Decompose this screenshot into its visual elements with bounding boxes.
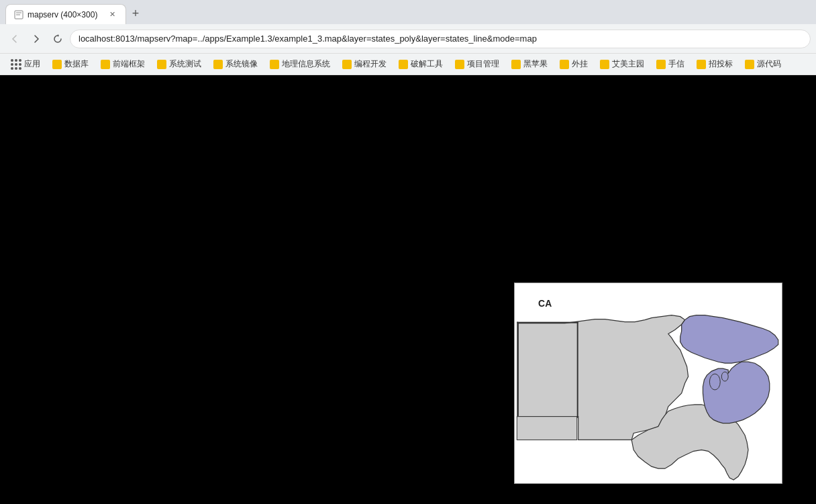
bookmark-icon-14 — [745, 60, 754, 69]
bookmark-label-8: 项目管理 — [467, 58, 499, 70]
bookmark-item-14[interactable]: 源代码 — [740, 56, 786, 72]
tab-title: mapserv (400×300) — [28, 10, 103, 19]
bookmark-item-3[interactable]: 系统测试 — [152, 56, 207, 72]
bookmark-label-4: 系统镜像 — [225, 58, 258, 70]
bookmark-item-1[interactable]: 数据库 — [47, 56, 94, 72]
bookmark-icon-5 — [270, 60, 279, 69]
tab-page-icon — [14, 10, 23, 19]
bookmark-item-9[interactable]: 黑苹果 — [506, 56, 553, 72]
bookmark-label-11: 艾美主园 — [612, 58, 644, 70]
tab-bar: mapserv (400×300) ✕ + — [0, 0, 816, 24]
bookmarks-bar: 应用 数据库 前端框架 系统测试 系统镜像 地理信息系统 编程开发 破解工具 — [0, 54, 816, 75]
forward-button[interactable] — [27, 30, 46, 48]
forward-icon — [31, 34, 42, 44]
bookmark-icon-10 — [560, 60, 569, 69]
bookmark-label-9: 黑苹果 — [523, 58, 548, 70]
bookmark-icon-8 — [455, 60, 464, 69]
bookmark-item-13[interactable]: 招投标 — [691, 56, 738, 72]
bookmark-label-5: 地理信息系统 — [282, 58, 330, 70]
sd-polygon — [517, 417, 576, 440]
apps-grid-icon — [11, 59, 21, 70]
map-container: CA — [514, 283, 782, 484]
address-bar — [0, 24, 816, 54]
bookmark-item-11[interactable]: 艾美主园 — [595, 56, 650, 72]
apps-label: 应用 — [24, 58, 40, 70]
bookmark-icon-2 — [101, 60, 110, 69]
bookmark-item-4[interactable]: 系统镜像 — [208, 56, 263, 72]
bookmark-label-10: 外挂 — [572, 58, 588, 70]
bookmark-icon-4 — [213, 60, 223, 69]
nd-border-right — [577, 322, 578, 417]
page-content: CA — [0, 75, 816, 504]
apps-button[interactable]: 应用 — [5, 56, 46, 72]
bookmark-icon-9 — [511, 60, 521, 69]
bookmark-icon-12 — [656, 60, 666, 69]
address-input[interactable] — [70, 30, 811, 48]
bookmark-label-2: 前端框架 — [113, 58, 145, 70]
bookmark-label-14: 源代码 — [757, 58, 781, 70]
bookmark-item-7[interactable]: 破解工具 — [393, 56, 448, 72]
bookmark-icon-6 — [342, 60, 352, 69]
bookmark-item-10[interactable]: 外挂 — [554, 56, 593, 72]
reload-button[interactable] — [48, 30, 67, 48]
nd-border-top — [517, 322, 578, 323]
back-icon — [9, 34, 20, 44]
bookmark-icon-7 — [399, 60, 408, 69]
bookmark-item-6[interactable]: 编程开发 — [337, 56, 392, 72]
map-svg: CA — [515, 283, 782, 483]
lake-michigan-island — [709, 374, 720, 390]
bookmark-icon-11 — [600, 60, 609, 69]
browser-window: mapserv (400×300) ✕ + — [0, 0, 816, 504]
bookmark-item-12[interactable]: 手信 — [651, 56, 690, 72]
bookmark-item-8[interactable]: 项目管理 — [450, 56, 505, 72]
ca-label: CA — [538, 298, 552, 309]
bookmark-label-6: 编程开发 — [354, 58, 387, 70]
bookmark-icon-13 — [697, 60, 706, 69]
reload-icon — [52, 34, 63, 44]
bookmark-label-7: 破解工具 — [411, 58, 443, 70]
bookmark-item-5[interactable]: 地理信息系统 — [264, 56, 336, 72]
nd-border-left — [517, 322, 518, 419]
active-tab[interactable]: mapserv (400×300) ✕ — [5, 4, 126, 24]
bookmark-label-1: 数据库 — [64, 58, 89, 70]
bookmark-label-12: 手信 — [668, 58, 684, 70]
back-button[interactable] — [5, 30, 24, 48]
bookmark-icon-3 — [157, 60, 166, 69]
bookmark-item-2[interactable]: 前端框架 — [95, 56, 150, 72]
bookmark-label-3: 系统测试 — [169, 58, 201, 70]
new-tab-button[interactable]: + — [126, 4, 145, 23]
bookmark-label-13: 招投标 — [709, 58, 733, 70]
bookmark-icon-1 — [52, 60, 62, 69]
door-peninsula — [721, 372, 728, 381]
tab-close-button[interactable]: ✕ — [107, 9, 117, 20]
